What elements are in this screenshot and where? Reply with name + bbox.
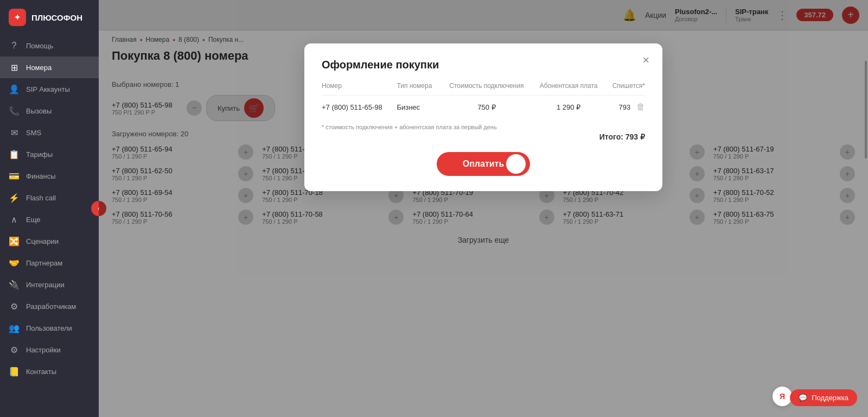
logo-icon: ✦: [9, 9, 26, 26]
sidebar-item-calls[interactable]: 📞 Вызовы: [0, 100, 99, 122]
developers-icon: ⚙: [9, 301, 20, 312]
sidebar-item-numbers[interactable]: ⊞ Номера: [0, 56, 99, 78]
sidebar-label-integrations: Интеграции: [26, 281, 65, 289]
sidebar-label-tariffs: Тарифы: [26, 150, 53, 159]
col-connect-header: Стоимость подключения: [441, 82, 533, 96]
partners-icon: 🤝: [9, 257, 20, 268]
row-debit: 793 🗑: [604, 96, 645, 119]
sidebar-label-settings: Настройки: [26, 346, 61, 354]
logo[interactable]: ✦ ПЛЮСОФОН: [0, 0, 99, 35]
logo-text: ПЛЮСОФОН: [31, 13, 82, 22]
sidebar-label-numbers: Номера: [26, 64, 52, 72]
table-row: +7 (800) 511-65-98 Бизнес 750 ₽ 1 290 ₽ …: [322, 96, 645, 119]
support-label: Поддержка: [812, 394, 848, 402]
sidebar-item-scenarios[interactable]: 🔀 Сценарии: [0, 230, 99, 252]
pay-button[interactable]: Оплатить: [437, 152, 531, 176]
row-type: Бизнес: [397, 96, 440, 119]
yandex-logo: Я: [773, 387, 792, 406]
col-number-header: Номер: [322, 82, 397, 96]
purchase-modal: Оформление покупки × Номер Тип номера Ст…: [304, 43, 662, 191]
sidebar-item-integrations[interactable]: 🔌 Интеграции: [0, 274, 99, 295]
sidebar-label-developers: Разработчикам: [26, 302, 76, 311]
support-button[interactable]: 💬 Поддержка: [790, 389, 857, 406]
sidebar-item-sip[interactable]: 👤 SIP Аккаунты: [0, 78, 99, 100]
sidebar-label-finance: Финансы: [26, 172, 56, 180]
more-icon: ∧: [9, 214, 20, 225]
toggle-knob: [506, 154, 526, 174]
sidebar-label-more: Еще: [26, 216, 40, 224]
sip-icon: 👤: [9, 84, 20, 94]
integrations-icon: 🔌: [9, 279, 20, 290]
col-monthly-header: Абонентская плата: [533, 82, 604, 96]
sidebar-label-users: Пользователи: [26, 324, 72, 332]
sidebar-item-developers[interactable]: ⚙ Разработчикам: [0, 295, 99, 317]
sidebar-item-tariffs[interactable]: 📋 Тарифы: [0, 143, 99, 165]
chat-icon: 💬: [799, 394, 807, 402]
modal-footnote: * стоимость подключения + абонентская пл…: [322, 124, 645, 130]
modal-total: Итого: 793 ₽: [322, 132, 645, 141]
sidebar-label-help: Помощь: [26, 42, 53, 50]
tariffs-icon: 📋: [9, 149, 20, 160]
sidebar-label-calls: Вызовы: [26, 107, 52, 115]
sidebar-item-finance[interactable]: 💳 Финансы: [0, 165, 99, 187]
modal-close-button[interactable]: ×: [642, 54, 649, 66]
sidebar-label-flashcall: Flash call: [26, 194, 56, 202]
settings-icon: ⚙: [9, 344, 20, 355]
sidebar-nav: ? Помощь ⊞ Номера 👤 SIP Аккаунты 📞 Вызов…: [0, 35, 99, 417]
sidebar-item-flashcall[interactable]: ⚡ Flash call: [0, 187, 99, 208]
sidebar-label-sip: SIP Аккаунты: [26, 85, 70, 93]
users-icon: 👥: [9, 323, 20, 333]
purchase-table: Номер Тип номера Стоимость подключения А…: [322, 82, 645, 118]
sidebar-label-contacts: Контакты: [26, 368, 56, 376]
col-type-header: Тип номера: [397, 82, 440, 96]
flashcall-icon: ⚡: [9, 192, 20, 203]
sms-icon: ✉: [9, 127, 20, 138]
help-icon: ?: [9, 40, 20, 51]
scenarios-icon: 🔀: [9, 236, 20, 247]
sidebar-item-sms[interactable]: ✉ SMS: [0, 122, 99, 143]
sidebar-label-scenarios: Сценарии: [26, 237, 59, 245]
col-debit-header: Спишется*: [604, 82, 645, 96]
modal-title: Оформление покупки: [322, 59, 645, 71]
sidebar: ✦ ПЛЮСОФОН ? Помощь ⊞ Номера 👤 SIP Аккау…: [0, 0, 99, 417]
sidebar-item-contacts[interactable]: 📒 Контакты: [0, 361, 99, 382]
calls-icon: 📞: [9, 105, 20, 116]
delete-row-icon[interactable]: 🗑: [636, 102, 645, 111]
row-monthly: 1 290 ₽: [533, 96, 604, 119]
sidebar-item-help[interactable]: ? Помощь: [0, 35, 99, 56]
modal-overlay: Оформление покупки × Номер Тип номера Ст…: [99, 0, 868, 417]
sidebar-item-more[interactable]: ∧ Еще: [0, 208, 99, 230]
row-number: +7 (800) 511-65-98: [322, 96, 397, 119]
numbers-icon: ⊞: [9, 62, 20, 73]
contacts-icon: 📒: [9, 366, 20, 377]
sidebar-item-users[interactable]: 👥 Пользователи: [0, 317, 99, 339]
finance-icon: 💳: [9, 170, 20, 181]
pay-label: Оплатить: [463, 159, 505, 168]
sidebar-label-partners: Партнерам: [26, 259, 62, 267]
sidebar-item-settings[interactable]: ⚙ Настройки: [0, 339, 99, 361]
sidebar-label-sms: SMS: [26, 129, 41, 137]
sidebar-item-partners[interactable]: 🤝 Партнерам: [0, 252, 99, 274]
row-connect-cost: 750 ₽: [441, 96, 533, 119]
